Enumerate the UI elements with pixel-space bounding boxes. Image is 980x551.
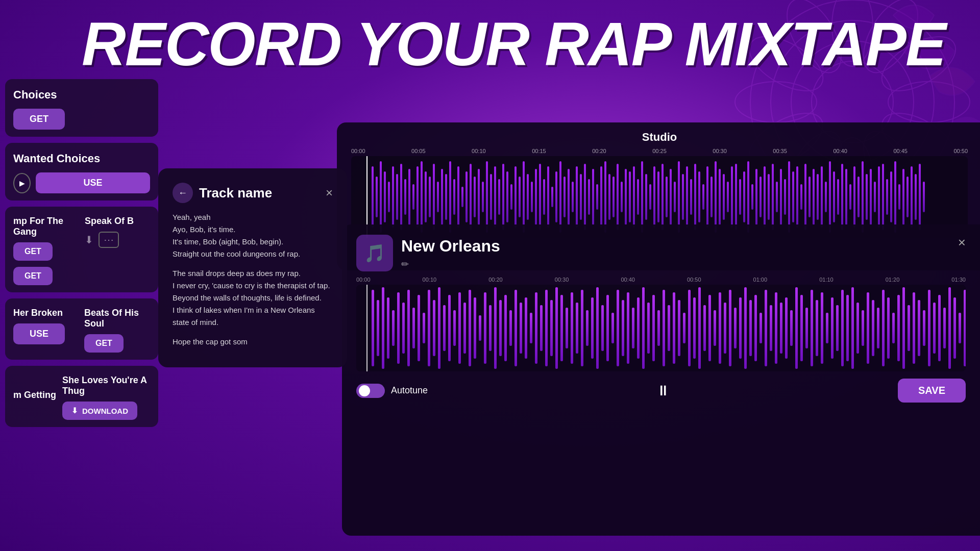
svg-rect-110	[755, 169, 757, 225]
download-label: DOWNLOAD	[82, 407, 128, 415]
recording-title-group: New Orleans ✏	[401, 237, 500, 270]
lyrics-verse-1: Yeah, yeahAyo, Bob, it's time.It's time,…	[173, 211, 333, 260]
choices-card: Choices GET	[5, 79, 158, 137]
svg-rect-229	[765, 290, 767, 366]
svg-rect-54	[527, 174, 529, 220]
svg-rect-134	[853, 166, 855, 228]
lyrics-verse-3: Hope the cap got som	[173, 336, 333, 348]
svg-rect-151	[923, 182, 925, 212]
svg-rect-225	[744, 287, 747, 369]
svg-rect-190	[566, 308, 568, 348]
svg-rect-93	[686, 166, 688, 228]
svg-rect-186	[545, 290, 548, 366]
svg-rect-150	[919, 164, 921, 230]
svg-rect-259	[918, 300, 920, 356]
thug-download-button[interactable]: ⬇ DOWNLOAD	[62, 402, 137, 420]
svg-rect-94	[690, 179, 692, 215]
svg-rect-243	[836, 305, 839, 351]
getting-title: m Getting	[13, 390, 57, 400]
svg-rect-222	[729, 290, 731, 366]
beats-card: Her Broken USE Beats Of His Soul GET	[5, 298, 158, 360]
svg-rect-179	[509, 310, 512, 346]
svg-rect-50	[510, 184, 512, 210]
svg-rect-154	[382, 287, 384, 369]
svg-rect-85	[653, 166, 655, 228]
pause-button[interactable]: ⏸	[656, 382, 670, 399]
svg-rect-208	[657, 310, 660, 346]
svg-rect-132	[845, 169, 847, 225]
her-broken-use-button[interactable]: USE	[13, 323, 65, 344]
svg-rect-91	[678, 161, 680, 233]
choices-get-button[interactable]: GET	[13, 109, 65, 130]
svg-rect-261	[928, 290, 930, 366]
svg-rect-17	[376, 177, 378, 217]
recording-close-button[interactable]: ×	[958, 235, 966, 251]
svg-rect-84	[649, 184, 651, 210]
svg-rect-124	[813, 169, 815, 225]
gang-get-button[interactable]: GET	[13, 242, 53, 261]
track-modal-header: ← Track name ×	[173, 183, 333, 203]
wanted-choices-play-button[interactable]: ▶	[13, 173, 31, 193]
track-modal-close-button[interactable]: ×	[326, 187, 333, 199]
autotune-toggle[interactable]	[356, 384, 385, 398]
svg-rect-31	[433, 164, 435, 230]
recording-waveform-svg	[356, 285, 966, 371]
svg-rect-19	[384, 171, 386, 222]
svg-rect-153	[377, 300, 379, 356]
track-modal-lyrics: Yeah, yeahAyo, Bob, it's time.It's time,…	[173, 211, 333, 348]
svg-rect-81	[637, 179, 639, 215]
svg-rect-125	[817, 174, 819, 220]
svg-rect-232	[780, 303, 782, 354]
svg-rect-49	[506, 171, 508, 222]
svg-rect-242	[831, 297, 834, 359]
svg-rect-210	[668, 305, 670, 351]
gang-get-button2[interactable]: GET	[13, 267, 53, 285]
svg-rect-99	[710, 177, 713, 217]
beats-get-button[interactable]: GET	[84, 334, 124, 353]
wanted-choices-use-button[interactable]: USE	[36, 172, 150, 193]
svg-rect-163	[428, 290, 430, 366]
svg-rect-64	[568, 169, 570, 225]
speak-more-icon[interactable]: ⋯	[99, 232, 119, 248]
svg-rect-26	[412, 184, 414, 210]
svg-rect-71	[596, 184, 598, 210]
svg-rect-167	[448, 295, 451, 361]
svg-rect-180	[514, 290, 517, 366]
music-note-icon: 🎵	[364, 243, 385, 263]
recording-controls: Autotune ⏸ SAVE	[356, 379, 966, 403]
svg-rect-172	[474, 297, 476, 359]
studio-timeline: 00:00 00:05 00:10 00:15 00:20 00:25 00:3…	[351, 148, 968, 154]
svg-rect-45	[490, 174, 492, 220]
svg-rect-82	[641, 161, 643, 233]
svg-rect-220	[719, 292, 721, 364]
svg-rect-89	[670, 169, 672, 225]
svg-rect-100	[715, 161, 717, 233]
svg-rect-104	[731, 166, 733, 228]
svg-rect-21	[392, 166, 394, 228]
svg-rect-189	[560, 295, 563, 361]
svg-rect-234	[790, 310, 793, 346]
svg-rect-59	[547, 166, 549, 228]
svg-rect-155	[387, 297, 389, 359]
svg-rect-66	[576, 166, 578, 228]
recording-edit-icon[interactable]: ✏	[401, 259, 500, 270]
svg-rect-159	[407, 290, 410, 366]
svg-rect-227	[754, 295, 757, 361]
svg-rect-141	[882, 164, 884, 230]
svg-rect-255	[897, 295, 900, 361]
svg-rect-98	[706, 166, 708, 228]
svg-rect-207	[652, 295, 655, 361]
svg-rect-181	[520, 303, 522, 354]
svg-rect-254	[892, 313, 895, 343]
svg-rect-193	[581, 290, 583, 366]
track-modal-back-button[interactable]: ←	[173, 183, 193, 203]
toggle-knob	[359, 385, 370, 396]
speak-download-icon[interactable]: ⬇	[85, 234, 93, 246]
save-button[interactable]: SAVE	[898, 379, 966, 403]
download-icon: ⬇	[71, 406, 78, 415]
svg-rect-249	[867, 292, 869, 364]
svg-rect-187	[550, 300, 553, 356]
svg-rect-109	[751, 184, 753, 210]
svg-rect-268	[964, 290, 966, 366]
sidebar: Choices GET Wanted Choices ▶ USE mp For …	[0, 74, 163, 551]
